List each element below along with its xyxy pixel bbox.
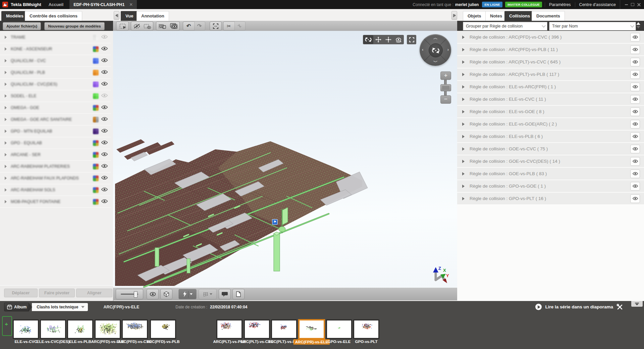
expand-icon[interactable] [462,110,465,113]
select-tool-button[interactable] [116,21,129,31]
thumbnail-image[interactable] [67,319,93,339]
maximize-icon[interactable] [631,3,634,6]
thumbnail-image[interactable] [95,319,121,339]
eye-icon[interactable] [630,145,640,153]
thumbnail-ARC(PLT)-vs-CVC[interactable]: ARC(PLT)-vs-CVC [244,319,270,339]
expand-icon[interactable] [462,160,465,163]
thumbnail-ELE-vs-PLB[interactable]: ELE-vs-PLB [67,319,93,339]
thumbnail-ARC(FPR)-vs-ELE[interactable]: ARC(FPR)-vs-ELE [299,319,325,339]
thumbnail-ELE-vs-CVC(DES)[interactable]: ELE-vs-CVC(DES) [40,319,66,339]
expand-icon[interactable] [5,59,7,62]
expand-icon[interactable] [5,165,7,168]
settings-link[interactable]: Paramètres [545,2,575,7]
collision-rule-row[interactable]: Règle de collision : ARC(PFD)-vs-CVC ( 3… [457,31,644,43]
show-only-selected-button[interactable] [142,21,153,31]
collision-rule-row[interactable]: Règle de collision : GPO-vs-PLT ( 16 ) [457,193,644,204]
expand-icon[interactable] [462,147,465,151]
expand-icon[interactable] [462,122,465,126]
eye-icon[interactable] [630,95,640,104]
redo-button[interactable]: ↷ [194,21,205,31]
eye-icon[interactable] [101,163,108,169]
expand-icon[interactable] [462,172,465,176]
thumbnail-image[interactable] [326,319,352,339]
model-row[interactable]: QUALICLIM - PLB [0,67,111,79]
close-icon[interactable] [637,3,641,6]
expand-icon[interactable] [462,135,465,138]
eye-icon[interactable] [101,140,108,146]
eye-icon[interactable] [630,45,640,54]
thumbnail-image[interactable] [40,319,66,339]
align-button[interactable]: Aligner [76,289,112,297]
3d-viewport[interactable]: ︿ ﹀ ‹ › + − ⚑ Z X Y [113,31,458,288]
transparency-slider[interactable] [116,289,143,299]
expand-icon[interactable] [5,141,7,145]
tab-models[interactable]: Modèles [1,11,28,21]
collision-rule-row[interactable]: Règle de collision : ARC(PLT)-vs-PLB ( 1… [457,68,644,80]
eye-icon[interactable] [101,116,108,122]
expand-icon[interactable] [462,73,465,76]
tab-objects[interactable]: Objets [463,11,486,21]
eye-icon[interactable] [630,70,640,79]
eye-icon[interactable] [101,175,108,181]
thumbnail-ARC(PFD)-vs-PLB[interactable]: ARC(PFD)-vs-PLB [150,319,176,339]
add-snapshot-button[interactable] [2,316,12,336]
rotate-button[interactable]: Faire pivoter [39,289,75,297]
collision-rule-row[interactable]: Règle de collision : ELE-vs-CVC ( 11 ) [457,93,644,105]
expand-icon[interactable] [5,94,7,98]
tab-view[interactable]: Vue [121,11,138,21]
expand-icon[interactable] [5,188,7,192]
expand-icon[interactable] [462,36,465,39]
expand-icon[interactable] [5,153,7,156]
clash-highlight-button[interactable] [178,289,197,299]
model-row[interactable]: MOB-PAQUET FONTAINE [0,196,111,208]
eye-icon[interactable] [630,132,640,141]
play-slideshow-button[interactable]: Lire la série dans un diaporama [545,304,613,309]
model-row[interactable]: OMEGA - GOE ARC SANITAIRE [0,114,111,126]
eye-icon[interactable] [630,182,640,191]
collision-rule-row[interactable]: Règle de collision : ELE-vs-GOE(ARC) ( 2… [457,118,644,130]
tab-collisions[interactable]: Collisions [504,11,535,21]
tools-icon[interactable] [616,304,623,310]
thumbnail-GPO-vs-ELE[interactable]: GPO-vs-ELE [326,319,352,339]
tab-notes[interactable]: Notes [485,11,507,21]
model-row[interactable]: QUALICLIM - CVC [0,55,111,67]
navigation-wheel[interactable]: ︿ ﹀ ‹ › [420,34,451,66]
undo-button[interactable]: ↶ [183,21,195,31]
thumbnail-image[interactable] [122,319,148,339]
eye-icon[interactable] [101,93,108,99]
eye-icon[interactable] [101,69,108,76]
eye-icon[interactable] [630,58,640,66]
expand-icon[interactable] [5,47,7,51]
expand-icon[interactable] [5,177,7,180]
thumbnail-image[interactable] [13,319,39,339]
section-box-button[interactable] [160,289,172,299]
remove-section-button[interactable]: ✂ [234,21,246,31]
model-row[interactable]: TRAME [0,32,111,43]
collision-rule-row[interactable]: Règle de collision : GPO-vs-GOE ( 1 ) [457,180,644,192]
expand-icon[interactable] [462,98,465,101]
expand-icon[interactable] [462,185,465,188]
eye-icon[interactable] [630,107,640,116]
eye-icon[interactable] [101,152,108,158]
nav-home-tab[interactable]: Accueil [49,2,63,7]
collision-rule-row[interactable]: Règle de collision : ELE-vs-GOE ( 8 ) [457,106,644,117]
eye-icon[interactable] [101,58,108,64]
tab-documents[interactable]: Documents [532,11,565,21]
eye-icon[interactable] [630,33,640,42]
new-model-group-button[interactable]: Nouveau groupe de modèles [44,22,104,30]
eye-icon[interactable] [630,120,640,129]
tab-annotation[interactable]: Annotation [137,11,169,21]
thumbnail-image[interactable] [150,319,176,339]
thumbnail-ARC(PLT)-vs-ELE[interactable]: ARC(PLT)-vs-ELE [271,319,297,339]
show-selected-button[interactable] [156,21,168,31]
eye-icon[interactable] [101,81,108,87]
album-button[interactable]: Album [4,303,29,311]
collision-rule-row[interactable]: Règle de collision : GOE-vs-CVC ( 75 ) [457,143,644,155]
move-mode-button[interactable] [383,35,393,44]
document-tab-close-icon[interactable]: ✕ [129,2,133,7]
expand-icon[interactable] [5,36,7,39]
thumbnail-image[interactable] [244,319,270,339]
collision-rule-row[interactable]: Règle de collision : ARC(PLT)-vs-CVC ( 6… [457,56,644,68]
expand-icon[interactable] [462,85,465,89]
model-row[interactable]: KONE - ASCENSEUR [0,43,111,55]
